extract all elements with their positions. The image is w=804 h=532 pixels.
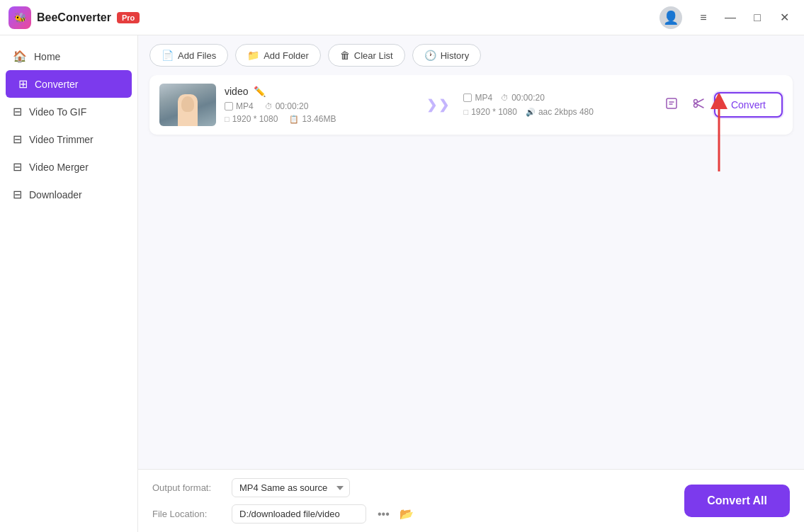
sidebar-item-home-label: Home xyxy=(34,51,60,62)
file-location-input[interactable] xyxy=(232,504,366,523)
pro-badge: Pro xyxy=(117,12,140,23)
location-more-button[interactable]: ••• xyxy=(375,505,392,523)
output-audio: 🔊 aac 2kbps 480 xyxy=(526,107,594,117)
history-icon: 🕐 xyxy=(424,50,436,61)
file-name-row: video ✏️ xyxy=(225,86,412,97)
history-button[interactable]: 🕐 History xyxy=(412,44,481,67)
location-actions: ••• 📂 xyxy=(375,504,417,523)
add-files-icon: 📄 xyxy=(162,50,174,61)
content-area: 📄 Add Files 📁 Add Folder 🗑 Clear List 🕐 … xyxy=(138,35,804,532)
source-size: 📋 13.46MB xyxy=(289,114,336,124)
video-merger-icon: ⊟ xyxy=(13,160,22,174)
cut-button[interactable] xyxy=(687,94,710,116)
edit-output-button[interactable] xyxy=(660,94,683,116)
source-file-info: video ✏️ MP4 ⏱ 00:00:20 xyxy=(225,86,412,124)
resolution-icon: □ xyxy=(225,115,230,123)
convert-all-label: Convert All xyxy=(707,494,767,506)
titlebar-controls: 👤 ≡ — □ ✕ xyxy=(659,6,795,29)
svg-point-2 xyxy=(693,103,697,107)
source-resolution: □ 1920 * 1080 xyxy=(225,114,278,124)
file-thumbnail xyxy=(159,84,216,126)
menu-button[interactable]: ≡ xyxy=(692,6,715,29)
clear-list-button[interactable]: 🗑 Clear List xyxy=(328,44,405,67)
item-actions: Convert xyxy=(660,92,783,118)
convert-button-label: Convert xyxy=(731,99,766,111)
sidebar-item-converter-label: Converter xyxy=(35,79,78,90)
sidebar-item-video-merger-label: Video Merger xyxy=(29,162,89,173)
source-format-badge: MP4 xyxy=(225,101,254,111)
clock-icon: ⏱ xyxy=(265,102,273,111)
output-format-checkbox xyxy=(463,94,472,102)
close-button[interactable]: ✕ xyxy=(773,6,795,29)
add-folder-button[interactable]: 📁 Add Folder xyxy=(235,44,321,67)
edit-icon[interactable]: ✏️ xyxy=(254,86,266,97)
clear-list-icon: 🗑 xyxy=(340,50,350,61)
bottom-bar: Output format: MP4 Same as source File L… xyxy=(138,469,804,532)
sidebar-item-video-merger[interactable]: ⊟ Video Merger xyxy=(0,153,137,181)
video-trimmer-icon: ⊟ xyxy=(13,132,22,146)
size-icon: 📋 xyxy=(289,115,299,124)
open-folder-button[interactable]: 📂 xyxy=(397,504,417,523)
double-arrow: ❯ ❯ xyxy=(426,97,449,113)
clear-list-label: Clear List xyxy=(354,50,393,61)
bottom-options: Output format: MP4 Same as source File L… xyxy=(152,478,417,523)
maximize-button[interactable]: □ xyxy=(746,6,769,29)
output-row-2: □ 1920 * 1080 🔊 aac 2kbps 480 xyxy=(463,107,651,117)
output-clock-icon: ⏱ xyxy=(501,94,509,102)
open-folder-icon: 📂 xyxy=(400,508,414,520)
app-name: BeeConverter xyxy=(37,11,111,24)
sidebar-item-converter[interactable]: ⊞ Converter xyxy=(6,70,132,98)
add-folder-label: Add Folder xyxy=(264,50,309,61)
output-resolution: □ 1920 * 1080 xyxy=(463,107,516,117)
file-name: video xyxy=(225,86,248,97)
converter-icon: ⊞ xyxy=(18,77,28,91)
svg-rect-0 xyxy=(667,98,676,108)
table-row: video ✏️ MP4 ⏱ 00:00:20 xyxy=(149,75,793,135)
output-row-1: MP4 ⏱ 00:00:20 xyxy=(463,93,651,103)
source-meta-row-2: □ 1920 * 1080 📋 13.46MB xyxy=(225,114,412,124)
titlebar: 🐝 BeeConverter Pro 👤 ≡ — □ ✕ xyxy=(0,0,804,35)
output-resolution-icon: □ xyxy=(463,108,468,116)
video-to-gif-icon: ⊟ xyxy=(13,105,22,118)
cut-icon xyxy=(691,96,706,114)
add-folder-icon: 📁 xyxy=(247,50,259,61)
output-format: MP4 xyxy=(475,93,492,103)
sidebar-item-downloader[interactable]: ⊟ Downloader xyxy=(0,181,137,208)
app-logo: 🐝 xyxy=(9,6,31,29)
sidebar-item-downloader-label: Downloader xyxy=(29,189,82,200)
convert-all-button[interactable]: Convert All xyxy=(684,485,790,517)
user-avatar[interactable]: 👤 xyxy=(659,6,682,29)
edit-output-icon xyxy=(664,96,679,114)
minimize-button[interactable]: — xyxy=(719,6,742,29)
sidebar-item-video-trimmer-label: Video Trimmer xyxy=(29,134,94,145)
audio-icon: 🔊 xyxy=(526,108,536,117)
output-format-label: Output format: xyxy=(152,482,223,493)
source-duration: ⏱ 00:00:20 xyxy=(265,101,309,111)
output-format-row: Output format: MP4 Same as source xyxy=(152,478,417,497)
output-format-select[interactable]: MP4 Same as source xyxy=(232,478,350,497)
output-file-info: MP4 ⏱ 00:00:20 □ 1920 * 1080 � xyxy=(463,93,651,117)
source-format: MP4 xyxy=(236,101,254,111)
main-layout: 🏠 Home ⊞ Converter ⊟ Video To GIF ⊟ Vide… xyxy=(0,35,804,532)
sidebar: 🏠 Home ⊞ Converter ⊟ Video To GIF ⊟ Vide… xyxy=(0,35,138,532)
downloader-icon: ⊟ xyxy=(13,188,22,201)
home-icon: 🏠 xyxy=(13,50,27,63)
file-list: video ✏️ MP4 ⏱ 00:00:20 xyxy=(138,75,804,469)
toolbar: 📄 Add Files 📁 Add Folder 🗑 Clear List 🕐 … xyxy=(138,35,804,75)
add-files-label: Add Files xyxy=(178,50,216,61)
format-checkbox xyxy=(225,102,233,111)
sidebar-item-home[interactable]: 🏠 Home xyxy=(0,43,137,70)
svg-point-1 xyxy=(693,99,697,103)
thumbnail-image xyxy=(159,84,216,126)
convert-button[interactable]: Convert xyxy=(714,92,783,118)
sidebar-item-video-to-gif[interactable]: ⊟ Video To GIF xyxy=(0,98,137,125)
convert-arrow: ❯ ❯ xyxy=(421,97,455,113)
output-duration: ⏱ 00:00:20 xyxy=(501,93,545,103)
add-files-button[interactable]: 📄 Add Files xyxy=(149,44,228,67)
history-label: History xyxy=(441,50,469,61)
sidebar-item-video-to-gif-label: Video To GIF xyxy=(29,106,86,118)
sidebar-item-video-trimmer[interactable]: ⊟ Video Trimmer xyxy=(0,125,137,153)
output-format-badge: MP4 xyxy=(463,93,492,103)
source-meta-row: MP4 ⏱ 00:00:20 xyxy=(225,101,412,111)
file-location-label: File Location: xyxy=(152,509,223,519)
